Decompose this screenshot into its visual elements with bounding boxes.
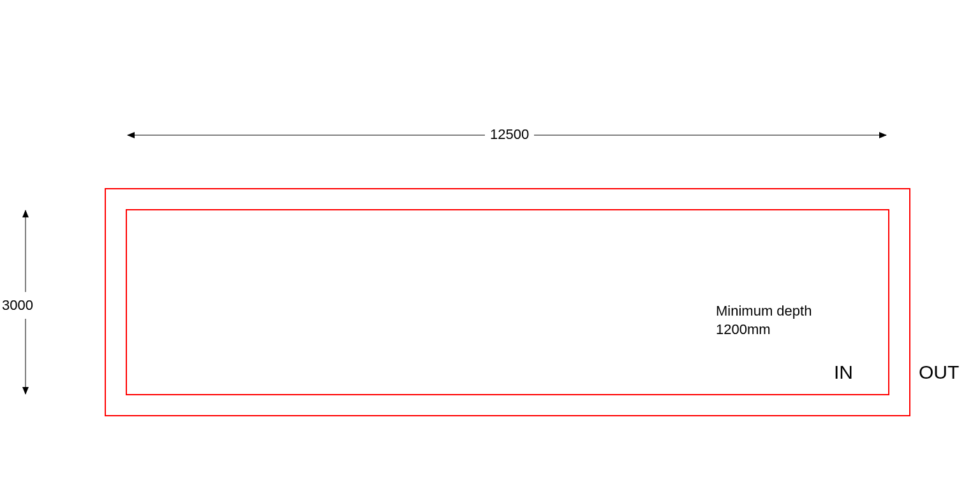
in-label: IN [834,362,853,383]
height-dimension-label: 3000 [2,292,33,319]
diagram-canvas [0,0,980,482]
minimum-depth-annotation: Minimum depth 1200mm [716,302,812,339]
depth-line2: 1200mm [716,321,812,339]
depth-line1: Minimum depth [716,302,812,321]
out-label: OUT [919,362,959,383]
width-dimension-label: 12500 [485,126,534,143]
